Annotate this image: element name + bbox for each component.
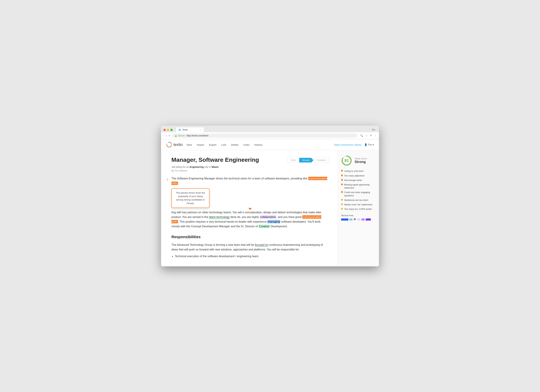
nav-undo[interactable]: Undo — [243, 143, 250, 146]
secure-label: Secure — [178, 134, 185, 137]
tooltip-arrow — [248, 208, 252, 210]
close-traffic-light[interactable] — [164, 129, 166, 131]
main-layout: Manager, Software Engineering Draft Shar… — [161, 150, 379, 266]
bullet-item-1: Technical execution of the software deve… — [175, 254, 329, 259]
issue-label: Not enough verbs — [344, 179, 362, 182]
nav-delete[interactable]: Delete — [231, 143, 238, 146]
issue-dot — [341, 184, 343, 185]
browser-tab[interactable]: 🌐 Textio × — [176, 127, 204, 132]
status-finished[interactable]: Finished — [314, 158, 329, 162]
tone-indicator — [354, 219, 356, 220]
doc-author: By Tim Halloran — [171, 169, 329, 172]
app-nav: textio New Import Export Link Delete Und… — [161, 139, 379, 150]
toolbar-icons: 🔍 ☆ ⊞ ⋮ — [360, 134, 376, 137]
chevron-down-icon: ▾ — [373, 143, 374, 146]
author-name: Tim Halloran — [175, 169, 187, 172]
score-strength: Strong — [355, 160, 367, 164]
creative-phrase: Creative — [258, 225, 270, 228]
tooltip-content: This phrase drives down the popularity o… — [171, 188, 210, 208]
issue-not-enough-verbs[interactable]: Not enough verbs — [341, 179, 375, 182]
doc-meta-role-suffix: role in — [205, 166, 212, 168]
nav-import[interactable]: Import — [197, 143, 204, 146]
nav-history[interactable]: History — [254, 143, 262, 146]
latest-technology-phrase: latest technology — [209, 216, 230, 219]
score-label: Textio Score — [355, 157, 367, 160]
nav-link[interactable]: Link — [221, 143, 226, 146]
issue-sentences-short[interactable]: Sentences are too short — [341, 199, 375, 202]
doc-meta-for: for an — [183, 166, 190, 168]
doc-meta: Job listing for an Engineering role in M… — [171, 166, 329, 168]
tone-segment-light-purple — [357, 218, 360, 220]
issue-label: Listing is a bit short — [344, 170, 363, 173]
secure-icon: 🔒 — [175, 135, 177, 137]
user-menu[interactable]: 👤 Tim ▾ — [364, 143, 374, 146]
responsibilities-title: Responsibilities — [171, 234, 329, 240]
issue-dot — [341, 191, 343, 193]
tab-close-icon[interactable]: × — [200, 129, 201, 131]
open-document-library-button[interactable]: Open Document Library — [334, 143, 361, 146]
tooltip-text: This phrase drives down the popularity o… — [175, 191, 206, 205]
issue-dot — [341, 179, 343, 181]
issue-listing-short[interactable]: Listing is a bit short — [341, 170, 375, 173]
bullet-list: Technical execution of the software deve… — [175, 254, 329, 259]
tone-segment-medium-purple — [361, 218, 365, 220]
forward-button[interactable]: › — [166, 134, 167, 137]
app-content: textio New Import Export Link Delete Und… — [161, 139, 379, 266]
user-icon: 👤 — [364, 143, 367, 146]
tone-label: Neutral tone — [341, 214, 375, 217]
minimize-traffic-light[interactable] — [167, 129, 169, 131]
tone-section: Neutral tone — [341, 214, 375, 221]
nav-items: New Import Export Link Delete Undo Histo… — [187, 143, 334, 146]
maximize-traffic-light[interactable] — [170, 129, 173, 131]
issue-all-caps[interactable]: Too many ALL CAPS words — [341, 208, 375, 211]
browser-window: 🌐 Textio × Tim ‹ › ↻ 🔒 Secure https://te… — [161, 126, 379, 266]
issue-dot — [341, 170, 343, 172]
status-shared[interactable]: Shared — [299, 158, 313, 162]
logo-text: textio — [174, 142, 183, 147]
issue-dot — [341, 175, 343, 176]
doc-meta-role: Engineering — [190, 166, 204, 168]
issue-label: Too many ALL CAPS words — [344, 208, 372, 211]
tab-favicon: 🌐 — [179, 129, 181, 131]
nav-right: Open Document Library 👤 Tim ▾ — [334, 143, 374, 146]
logo: textio — [166, 142, 183, 148]
issue-label: Sentences are too short — [344, 199, 368, 202]
title-bar: 🌐 Textio × Tim — [161, 126, 379, 132]
issue-missing-equal-opportunity[interactable]: Missing equal opportunity statement — [341, 183, 375, 189]
issue-label: Missing equal opportunity statement — [344, 183, 375, 189]
tab-title: Textio — [182, 129, 188, 131]
issue-label: Could use more engaging questions — [344, 191, 375, 197]
communication-skills-phrase[interactable]: communication skills — [171, 177, 327, 185]
star-icon[interactable]: ☆ — [365, 134, 368, 137]
tone-bar — [341, 218, 375, 221]
issue-engaging-questions[interactable]: Could use more engaging questions — [341, 191, 375, 197]
textio-score-circle: 81 — [341, 155, 352, 166]
sidebar: 81 Textio Score Strong Listing is a bit … — [337, 150, 379, 266]
issue-dot — [341, 208, 343, 210]
issue-label: Too many adjectives — [344, 174, 365, 177]
score-section: 81 Textio Score Strong — [341, 155, 375, 166]
back-button[interactable]: ‹ — [164, 134, 164, 137]
issue-dot — [341, 203, 343, 205]
nav-new[interactable]: New — [187, 143, 192, 146]
focused-on-phrase: focused on — [255, 243, 268, 247]
tone-segment-dark-purple — [366, 218, 371, 220]
tone-segment-blue — [341, 218, 348, 220]
url-bar[interactable]: 🔒 Secure https://textio.com/talent/ — [172, 134, 357, 138]
issue-dot — [341, 199, 343, 201]
status-draft[interactable]: Draft — [287, 158, 299, 162]
extensions-icon[interactable]: ⊞ — [370, 134, 372, 137]
refresh-button[interactable]: ↻ — [169, 134, 170, 137]
search-icon[interactable]: 🔍 — [360, 134, 363, 137]
tab-bar: 🌐 Textio × — [176, 127, 370, 132]
doc-meta-location: Miami — [212, 166, 219, 168]
tone-segment-light-blue — [349, 218, 353, 220]
issue-we-statements[interactable]: Needs more 'we' statements — [341, 203, 375, 206]
issue-too-many-adjectives[interactable]: Too many adjectives — [341, 174, 375, 177]
more-icon[interactable]: ⋮ — [374, 134, 376, 137]
communication-skills-phrase-2[interactable]: communication skills — [171, 215, 321, 223]
browser-user: Tim — [372, 129, 375, 131]
doc-meta-prefix: Job listing — [171, 166, 182, 168]
nav-export[interactable]: Export — [209, 143, 216, 146]
document-body: ¶ The Software Engineering Manager drive… — [171, 176, 329, 259]
